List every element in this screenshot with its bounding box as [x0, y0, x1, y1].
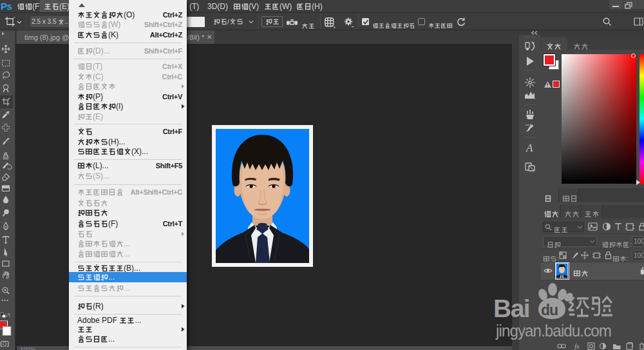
svg-text:Bai: Bai	[493, 295, 529, 322]
svg-text:du: du	[541, 302, 558, 318]
svg-text:fx: fx	[574, 342, 580, 350]
svg-text:A: A	[526, 142, 533, 154]
svg-text:jingyan.baidu.com: jingyan.baidu.com	[495, 321, 611, 340]
